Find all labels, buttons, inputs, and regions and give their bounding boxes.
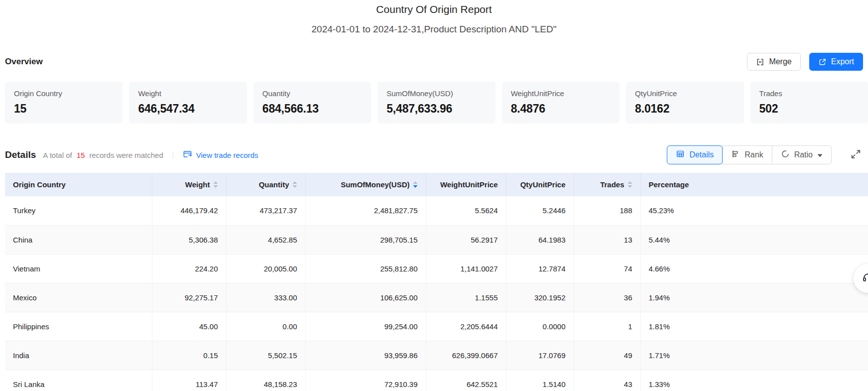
stat-card: Quantity684,566.13 [253,82,371,124]
column-header-label: QtyUnitPrice [520,180,566,189]
stat-card-value: 646,547.34 [138,102,238,116]
column-header-sumofmoney-usd-[interactable]: SumOfMoney(USD) [305,173,426,196]
column-header-label: WeightUnitPrice [440,180,498,189]
table-row: India0.155,502.1593,959.86626,399.066717… [5,341,868,370]
stat-card-value: 8.4876 [511,102,611,116]
table-row: China5,306.384,652.85298,705.1556.291764… [5,225,868,254]
value-cell: 45.00 [152,312,226,341]
value-cell: 20,005.00 [226,254,305,283]
stat-card: QtyUnitPrice8.0162 [626,82,744,124]
stat-card-value: 15 [14,102,114,116]
table-body: Turkey446,179.42473,217.372,481,827.755.… [5,196,868,391]
fullscreen-expand-icon [851,149,861,161]
stats-cards: Origin Country15Weight646,547.34Quantity… [5,82,868,124]
headset-icon [862,271,868,285]
toolbar-buttons: Merge Export [747,53,863,71]
matched-summary: A total of15records were matched [43,151,163,159]
value-cell: 92,275.17 [152,283,226,312]
value-cell: 1.5140 [506,370,574,391]
column-header-percentage: Percentage [640,173,868,196]
tab-ratio-label: Ratio [794,150,813,159]
value-cell: 1.1555 [426,283,506,312]
column-header-origin-country: Origin Country [5,173,152,196]
sort-carets-icon[interactable] [413,181,418,188]
matched-suffix: records were matched [89,151,163,159]
tab-details[interactable]: Details [667,145,723,164]
value-cell: 0.00 [226,312,305,341]
merge-cells-icon [756,58,764,66]
column-header-label: Weight [185,180,210,189]
rank-bars-icon [731,149,740,160]
view-trade-records-label: View trade records [196,151,258,159]
value-cell: 5,306.38 [152,225,226,254]
details-header-row: Details A total of15records were matched… [5,145,863,164]
merge-button[interactable]: Merge [747,53,800,71]
table-header-row: Origin CountryWeightQuantitySumOfMoney(U… [5,173,868,196]
column-header-trades[interactable]: Trades [574,173,640,196]
sort-carets-icon[interactable] [292,181,297,188]
overview-toolbar: Overview Merge [5,53,863,71]
origin-country-table: Origin CountryWeightQuantitySumOfMoney(U… [5,173,868,391]
value-cell: 626,399.0667 [426,341,506,370]
value-cell: 93,959.86 [305,341,426,370]
export-arrow-icon [818,58,827,66]
column-header-weightunitprice: WeightUnitPrice [426,173,506,196]
tab-rank[interactable]: Rank [722,145,772,164]
column-header-label: Trades [600,180,624,189]
tab-ratio[interactable]: Ratio [772,145,832,164]
value-cell: 4.66% [640,254,868,283]
value-cell: 1 [574,312,640,341]
column-header-label: Origin Country [13,180,66,189]
value-cell: 5,502.15 [226,341,305,370]
overview-heading: Overview [5,57,43,67]
value-cell: 473,217.37 [226,196,305,225]
country-of-origin-report-page: Country Of Origin Report 2024-01-01 to 2… [0,0,868,391]
country-cell: Sri Lanka [5,370,152,391]
value-cell: 5.5624 [426,196,506,225]
column-header-quantity[interactable]: Quantity [226,173,305,196]
stat-card-label: Trades [759,89,859,98]
value-cell: 106,625.00 [305,283,426,312]
value-cell: 1.71% [640,341,868,370]
value-cell: 17.0769 [506,341,574,370]
sort-carets-icon[interactable] [213,181,218,188]
country-cell: Turkey [5,196,152,225]
column-header-qtyunitprice: QtyUnitPrice [506,173,574,196]
matched-count: 15 [77,151,85,159]
tab-rank-label: Rank [744,150,763,159]
export-button[interactable]: Export [809,53,863,71]
value-cell: 43 [574,370,640,391]
table-row: Turkey446,179.42473,217.372,481,827.755.… [5,196,868,225]
stat-card: WeightUnitPrice8.4876 [502,82,620,124]
column-header-weight[interactable]: Weight [152,173,226,196]
stat-card-label: Origin Country [14,89,114,98]
fullscreen-button[interactable] [851,149,861,161]
table-row: Sri Lanka113.4748,158.2372,910.39642.552… [5,370,868,391]
divider [173,151,173,159]
value-cell: 2,481,827.75 [305,196,426,225]
matched-prefix: A total of [43,151,72,159]
view-trade-records-link[interactable]: View trade records [183,149,258,160]
value-cell: 1.81% [640,312,868,341]
value-cell: 0.0000 [506,312,574,341]
value-cell: 320.1952 [506,283,574,312]
stat-card-value: 8.0162 [635,102,735,116]
value-cell: 13 [574,225,640,254]
stat-card-label: WeightUnitPrice [511,89,611,98]
value-cell: 45.23% [640,196,868,225]
value-cell: 5.2446 [506,196,574,225]
ratio-circle-icon [781,149,790,160]
stat-card: Trades502 [750,82,868,124]
sort-carets-icon[interactable] [627,181,632,188]
value-cell: 333.00 [226,283,305,312]
value-cell: 49 [574,341,640,370]
stat-card-label: Quantity [262,89,362,98]
stat-card-value: 502 [759,102,859,116]
tab-details-label: Details [689,150,714,159]
value-cell: 642.5521 [426,370,506,391]
stat-card-value: 5,487,633.96 [386,102,486,116]
value-cell: 74 [574,254,640,283]
value-cell: 255,812.80 [305,254,426,283]
value-cell: 72,910.39 [305,370,426,391]
column-header-label: Percentage [649,180,689,189]
